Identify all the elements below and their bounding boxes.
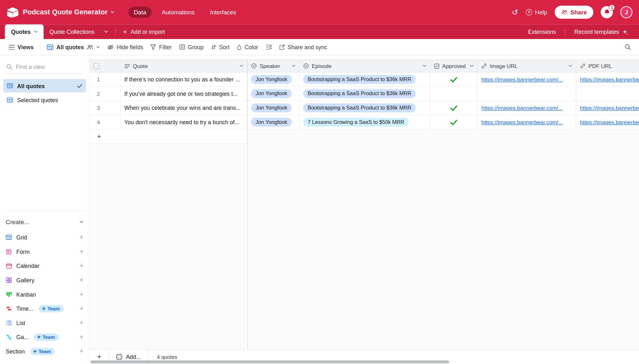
url-link[interactable]: https://images.bannerbear.com/...	[481, 76, 563, 82]
plus-icon[interactable]: +	[80, 277, 84, 284]
cell-speaker[interactable]: Jon Yongfook	[247, 87, 299, 101]
column-header-quote[interactable]: Quote	[121, 60, 248, 72]
chevron-down-icon[interactable]	[423, 65, 426, 67]
cell-episode[interactable]: Bootstrapping a SaaS Product to $36k MRR	[299, 101, 430, 115]
share-and-sync-label: Share and sync	[288, 44, 327, 50]
cell-approved[interactable]	[430, 115, 478, 129]
cell-pdf-url[interactable]: https://images.bannerbear.com/...	[576, 101, 639, 115]
horizontal-scrollbar[interactable]	[90, 360, 449, 363]
create-form[interactable]: Form +	[6, 244, 84, 259]
cell-image-url[interactable]: https://images.bannerbear.com/...	[478, 72, 576, 86]
chevron-down-icon[interactable]	[568, 65, 572, 67]
url-link[interactable]: https://images.bannerbear.com/...	[481, 119, 563, 125]
cell-speaker[interactable]: Jon Yongfook	[247, 72, 299, 86]
cell-pdf-url[interactable]	[576, 87, 639, 101]
cell-quote[interactable]: When you celebrate your wins and are tra…	[121, 101, 248, 115]
cell-image-url[interactable]: https://images.bannerbear.com/...	[478, 101, 576, 115]
url-link[interactable]: https://images.bannerbear.com/...	[580, 105, 639, 111]
base-title-menu[interactable]: Podcast Quote Generator	[23, 8, 114, 17]
cell-quote[interactable]: You don't necessarily need to try a bunc…	[121, 115, 248, 129]
column-header-image-url[interactable]: Image URL	[478, 60, 576, 72]
row-height-button[interactable]	[262, 42, 275, 52]
plus-icon[interactable]: +	[80, 234, 84, 241]
views-button[interactable]: Views	[5, 42, 37, 52]
row-number[interactable]: 3	[90, 101, 121, 115]
select-all-checkbox[interactable]	[93, 63, 99, 69]
tab-quote-collections[interactable]: Quote Collections	[44, 25, 100, 39]
create-list[interactable]: List +	[6, 316, 84, 330]
url-link[interactable]: https://images.bannerbear.com/...	[580, 119, 639, 125]
plus-icon[interactable]: +	[80, 305, 84, 312]
sort-button[interactable]: Sort	[207, 42, 233, 52]
create-kanban[interactable]: Kanban +	[6, 287, 84, 301]
chevron-down-icon[interactable]	[470, 65, 473, 67]
cell-pdf-url[interactable]: https://images.bannerbear.com/...	[576, 72, 639, 86]
cell-speaker[interactable]: Jon Yongfook	[247, 115, 299, 129]
cell-episode[interactable]: Bootstrapping a SaaS Product to $36k MRR	[299, 87, 430, 101]
cell-episode[interactable]: 7 Lessons Growing a SaaS to $50k MRR	[299, 115, 430, 129]
find-view-input[interactable]	[16, 64, 73, 70]
url-link[interactable]: https://images.bannerbear.com/...	[580, 76, 639, 82]
cell-approved[interactable]	[430, 101, 478, 115]
column-header-speaker[interactable]: Speaker	[247, 60, 299, 72]
add-record-row[interactable]: +	[90, 130, 248, 144]
cell-quote[interactable]: If there's no connection to you as a fou…	[121, 72, 248, 86]
group-button[interactable]: Group	[175, 42, 207, 52]
record-templates-button[interactable]: Record templates	[569, 28, 633, 35]
view-switcher[interactable]: All quotes	[43, 42, 104, 52]
search-icon[interactable]	[625, 44, 631, 50]
plus-icon[interactable]: +	[80, 348, 84, 355]
create-gantt[interactable]: Ga... ✦Team +	[6, 330, 84, 344]
plus-icon[interactable]: +	[80, 291, 84, 298]
sidebar-view-all-quotes[interactable]: All quotes	[3, 79, 86, 92]
extensions-button[interactable]: Extensions	[522, 28, 562, 35]
nav-tab-data[interactable]: Data	[128, 6, 151, 18]
cell-image-url[interactable]	[478, 87, 576, 101]
row-number[interactable]: 1	[90, 72, 121, 86]
cell-image-url[interactable]: https://images.bannerbear.com/...	[478, 115, 576, 129]
frozen-column-divider[interactable]	[247, 59, 248, 349]
plus-icon[interactable]: +	[80, 334, 84, 341]
url-link[interactable]: https://images.bannerbear.com/...	[481, 105, 563, 111]
filter-button[interactable]: Filter	[147, 42, 175, 52]
create-section[interactable]: Section ✦Team +	[6, 344, 84, 359]
cell-episode[interactable]: Bootstrapping a SaaS Product to $36k MRR	[299, 72, 430, 86]
row-number[interactable]: 2	[90, 87, 121, 101]
chevron-down-icon[interactable]	[292, 65, 295, 67]
nav-tab-interfaces[interactable]: Interfaces	[205, 6, 241, 18]
plus-icon[interactable]: +	[80, 262, 84, 269]
sidebar-view-selected-quotes[interactable]: Selected quotes	[3, 93, 86, 107]
chevron-down-icon[interactable]	[240, 65, 243, 67]
create-gallery[interactable]: Gallery +	[6, 273, 84, 287]
help-button[interactable]: ? Help	[526, 9, 547, 15]
add-or-import-button[interactable]: + Add or import	[119, 25, 169, 39]
row-number[interactable]: 4	[90, 115, 121, 129]
create-header[interactable]: Create...	[6, 215, 84, 230]
avatar[interactable]: J	[620, 6, 632, 18]
history-icon[interactable]: ↺	[512, 8, 518, 16]
hide-fields-button[interactable]: Hide fields	[104, 42, 147, 52]
create-calendar[interactable]: Calendar +	[6, 259, 84, 273]
color-button[interactable]: Color	[233, 42, 262, 52]
column-header-pdf-url[interactable]: PDF URL	[576, 60, 639, 72]
nav-tab-automations[interactable]: Automations	[157, 6, 200, 18]
table-list-chevron[interactable]	[100, 25, 112, 39]
create-label: Create...	[6, 218, 29, 225]
column-header-approved[interactable]: Approved	[430, 60, 478, 72]
airtable-logo-icon[interactable]	[6, 7, 19, 17]
create-grid[interactable]: Grid +	[6, 230, 84, 245]
cell-approved[interactable]	[430, 72, 478, 86]
create-timeline[interactable]: Time... ✦Team +	[6, 301, 84, 316]
notifications-button[interactable]: 1	[601, 6, 613, 18]
plus-icon[interactable]: +	[80, 319, 84, 326]
cell-quote[interactable]: If you've already got one or two strateg…	[121, 87, 248, 101]
chevron-down-icon[interactable]	[34, 31, 37, 33]
share-and-sync-button[interactable]: Share and sync	[275, 42, 331, 52]
plus-icon[interactable]: +	[80, 248, 84, 255]
cell-pdf-url[interactable]: https://images.bannerbear.com/...	[576, 115, 639, 129]
cell-approved[interactable]	[430, 87, 478, 101]
column-header-episode[interactable]: Episode	[299, 60, 430, 72]
cell-speaker[interactable]: Jon Yongfook	[247, 101, 299, 115]
share-button[interactable]: Share	[555, 6, 594, 19]
tab-quotes[interactable]: Quotes	[5, 25, 43, 39]
